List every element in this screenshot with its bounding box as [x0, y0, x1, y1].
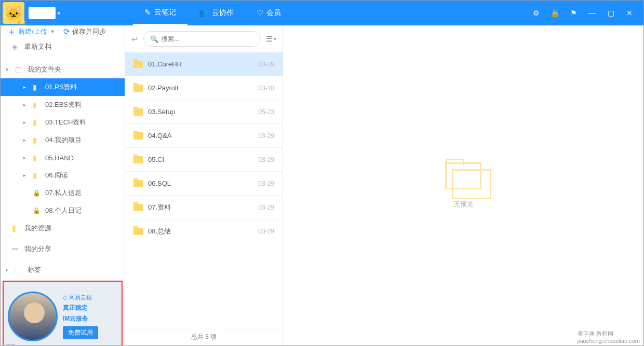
folder-icon: ▮ [33, 154, 41, 162]
folder-icon [133, 156, 143, 163]
ad-portrait [8, 292, 58, 341]
tree-item-label: 08.个人日记 [45, 206, 82, 215]
chevron-down-icon: ▼ [50, 29, 55, 34]
lock-icon: 🔒 [33, 207, 41, 214]
file-row[interactable]: 08.总结03-29 [125, 219, 283, 243]
file-row[interactable]: 03.Setup05-23 [125, 100, 283, 124]
file-date: 03-29 [258, 132, 274, 140]
tree-item[interactable]: 🔒08.个人日记 [1, 202, 125, 219]
tab-云协作[interactable]: 👥云协作 [187, 1, 245, 25]
file-date: 03-29 [258, 61, 274, 68]
my-resources-label: 我的资源 [24, 224, 51, 233]
tree-item[interactable]: ▸▮05.HAND [1, 149, 125, 167]
file-row[interactable]: 06.SQL03-29 [125, 172, 283, 196]
file-name: 02.Payroll [148, 84, 253, 92]
folder-icon: ▮ [33, 101, 41, 109]
ad-banner[interactable]: ◇网易云信 真正稳定 IM云服务 免费试用 广告 [3, 281, 123, 346]
sidebar-item-recent[interactable]: ◈ 最新文档 [1, 38, 125, 56]
sidebar: ＋ 新建/上传 ▼ ⟳ 保存并同步 ◈ 最新文档 ▾ ▢ 我的文件夹 ▸▮01.… [1, 25, 125, 345]
feedback-icon[interactable]: ⚑ [569, 8, 578, 18]
file-list-toolbar: ↵ 🔍 ☰▾ [125, 25, 283, 52]
file-row[interactable]: 04.Q&A03-29 [125, 124, 283, 148]
file-list-panel: ↵ 🔍 ☰▾ 01.CoreHR03-2902.Payroll03-1003.S… [125, 25, 283, 345]
tab-label: 会员 [266, 8, 281, 18]
search-box[interactable]: 🔍 [143, 31, 261, 47]
file-name: 06.SQL [148, 179, 253, 187]
folder-icon: ▮ [33, 83, 41, 91]
file-date: 03-29 [258, 228, 274, 235]
tree-item-label: 06.阅读 [45, 171, 68, 180]
file-date: 03-29 [258, 180, 274, 187]
file-name: 08.总结 [148, 227, 253, 236]
ad-cta-button[interactable]: 免费试用 [63, 326, 98, 339]
my-folders-label: 我的文件夹 [28, 65, 61, 74]
sidebar-item-my-shares[interactable]: ⚯ 我的分享 [1, 240, 125, 258]
maximize-icon[interactable]: ▢ [606, 8, 615, 18]
tree-item[interactable]: ▸▮03.TECH资料 [1, 114, 125, 131]
share-icon: ⚯ [12, 245, 20, 253]
tree-item[interactable]: ▸▮04.我的项目 [1, 131, 125, 149]
recent-icon: ◈ [12, 43, 20, 51]
tab-icon: 👥 [199, 8, 209, 18]
ad-brand: ◇网易云信 [63, 294, 98, 301]
tree-item-label: 01.PS资料 [45, 82, 77, 92]
file-name: 01.CoreHR [148, 60, 253, 68]
file-date: 03-10 [258, 85, 274, 92]
file-date: 03-29 [258, 156, 274, 163]
vip-badge: VIP [18, 21, 25, 24]
tab-label: 云笔记 [154, 8, 176, 17]
main-area: ＋ 新建/上传 ▼ ⟳ 保存并同步 ◈ 最新文档 ▾ ▢ 我的文件夹 ▸▮01.… [1, 25, 643, 345]
avatar[interactable]: VIP [1, 1, 26, 25]
file-name: 07.资料 [148, 203, 253, 212]
chevron-right-icon: ▸ [23, 173, 29, 178]
close-icon[interactable]: ✕ [625, 8, 634, 18]
files-container: 01.CoreHR03-2902.Payroll03-1003.Setup05-… [125, 52, 283, 328]
file-row[interactable]: 01.CoreHR03-29 [125, 52, 283, 76]
chevron-right-icon: ▸ [23, 85, 29, 90]
sidebar-item-my-resources[interactable]: ▮ 我的资源 [1, 219, 125, 237]
ad-line1: 真正稳定 [63, 303, 98, 312]
tree-item[interactable]: ▸▮02.EBS资料 [1, 96, 125, 114]
folder-icon [133, 204, 143, 211]
back-icon[interactable]: ↵ [131, 34, 138, 44]
minimize-icon[interactable]: — [587, 8, 597, 18]
file-row[interactable]: 05.CI03-29 [125, 148, 283, 172]
chevron-right-icon: ▸ [23, 155, 29, 160]
tree-item-label: 05.HAND [45, 154, 74, 162]
file-name: 05.CI [148, 156, 253, 163]
tree-item[interactable]: ▸▮01.PS资料 [1, 78, 125, 96]
folder-icon: ▮ [12, 224, 20, 232]
new-upload-button[interactable]: ＋ 新建/上传 ▼ [7, 25, 55, 38]
sidebar-item-tags[interactable]: ▸ ⬚ 标签 [1, 261, 125, 279]
tree-item-label: 02.EBS资料 [45, 100, 82, 109]
my-shares-label: 我的分享 [24, 244, 51, 254]
chevron-down-icon[interactable]: ▾ [58, 10, 60, 16]
tab-云笔记[interactable]: ✎云笔记 [133, 1, 187, 25]
ad-line2: IM云服务 [63, 314, 98, 323]
tab-icon: ✎ [144, 8, 151, 17]
lock-icon[interactable]: 🔒 [550, 8, 559, 18]
sidebar-toolbar: ＋ 新建/上传 ▼ ⟳ 保存并同步 [1, 25, 125, 38]
tab-会员[interactable]: ♡会员 [245, 1, 292, 25]
user-dropdown[interactable] [29, 7, 56, 19]
file-row[interactable]: 07.资料03-29 [125, 196, 283, 219]
sort-button[interactable]: ☰▾ [266, 34, 276, 44]
app-header: VIP ▾ ✎云笔记👥云协作♡会员 ⚙ 🔒 ⚑ — ▢ ✕ [1, 1, 643, 25]
tree-item[interactable]: 🔒07.私人信息 [1, 184, 125, 202]
settings-icon[interactable]: ⚙ [531, 8, 541, 18]
sync-button[interactable]: ⟳ 保存并同步 [63, 27, 106, 36]
sidebar-item-my-folders[interactable]: ▾ ▢ 我的文件夹 [1, 61, 125, 78]
tags-label: 标签 [28, 265, 41, 274]
ad-badge: 广告 [6, 343, 16, 346]
ad-panel: ◇网易云信 真正稳定 IM云服务 免费试用 广告 [1, 279, 125, 346]
file-name: 04.Q&A [148, 132, 253, 140]
preview-empty-label: 无预览 [453, 200, 474, 209]
tree-item-label: 04.我的项目 [45, 135, 82, 145]
chevron-right-icon: ▸ [23, 137, 29, 143]
folder-icon [133, 61, 143, 68]
search-input[interactable] [162, 35, 254, 43]
window-controls: ⚙ 🔒 ⚑ — ▢ ✕ [531, 8, 643, 18]
file-row[interactable]: 02.Payroll03-10 [125, 76, 283, 100]
folder-icon [133, 228, 143, 235]
tree-item[interactable]: ▸▮06.阅读 [1, 167, 125, 184]
